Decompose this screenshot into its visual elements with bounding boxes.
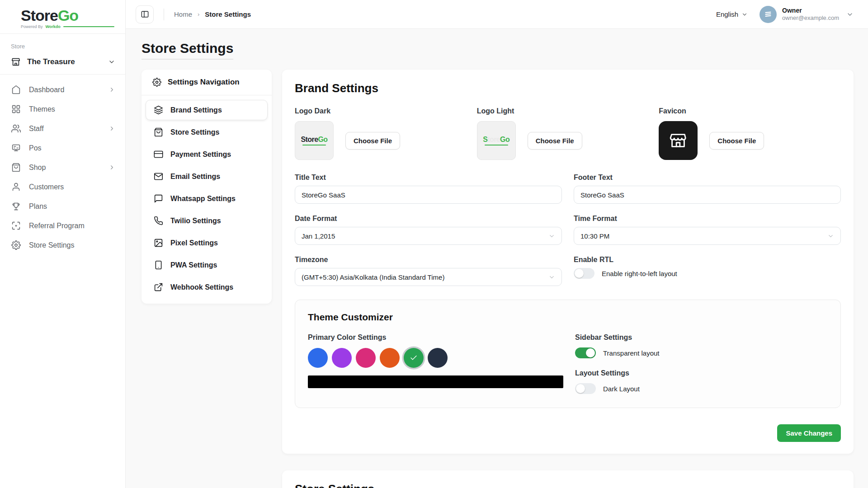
sidebar-item-label: Referral Program: [29, 222, 85, 230]
store-settings-title: Store Settings: [295, 482, 841, 488]
sidebar-item-label: Staff: [29, 125, 44, 133]
title-text-input[interactable]: [295, 186, 562, 204]
save-changes-button[interactable]: Save Changes: [777, 424, 841, 442]
transparent-layout-toggle[interactable]: [575, 347, 596, 358]
logo-dark-label: Logo Dark: [295, 107, 477, 115]
logo-dark-group: Logo Dark StoreGo Choose File: [295, 107, 477, 160]
sidebar-item-dashboard[interactable]: Dashboard: [0, 80, 125, 99]
check-icon: [404, 348, 424, 368]
sidebar-item-referral-program[interactable]: Referral Program: [0, 216, 125, 235]
settings-nav-item-payment[interactable]: Payment Settings: [146, 144, 268, 164]
theme-customizer-card: Theme Customizer Primary Color Settings: [295, 300, 841, 408]
favicon-choose-file-button[interactable]: Choose File: [709, 132, 764, 150]
sidebar-item-pos[interactable]: Pos: [0, 138, 125, 158]
dark-layout-label: Dark Layout: [603, 385, 640, 393]
page-title: Store Settings: [142, 41, 233, 60]
user-menu[interactable]: Owner owner@example.com: [760, 6, 854, 23]
settings-nav-item-brand[interactable]: Brand Settings: [146, 100, 268, 120]
enable-rtl-toggle[interactable]: [574, 268, 594, 279]
user-name: Owner: [782, 7, 839, 15]
powered-by-brand: Workdo: [46, 24, 61, 29]
settings-nav-item-email[interactable]: Email Settings: [146, 166, 268, 187]
primary-color-group: Primary Color Settings: [308, 333, 563, 394]
brand-settings-title: Brand Settings: [295, 81, 841, 95]
settings-navigation-header: Settings Navigation: [142, 70, 272, 95]
settings-nav-item-whatsapp[interactable]: Whatsapp Settings: [146, 188, 268, 209]
settings-navigation-card: Settings Navigation Brand Settings Store…: [142, 70, 272, 304]
settings-nav-item-pixel[interactable]: Pixel Settings: [146, 233, 268, 253]
footer-text-input[interactable]: [574, 186, 841, 204]
toggle-knob: [586, 348, 595, 357]
sidebar-item-label: Plans: [29, 202, 47, 211]
chevron-down-icon: [827, 233, 834, 239]
logo-light-image: StoreGo: [483, 136, 509, 143]
store-name: The Treasure: [27, 57, 75, 66]
chevron-right-icon: [108, 125, 115, 132]
sidebar-toggle-button[interactable]: [136, 5, 154, 23]
logo-light-group: Logo Light StoreGo Choose File: [477, 107, 659, 160]
settings-nav-item-webhook[interactable]: Webhook Settings: [146, 277, 268, 297]
enable-rtl-group: Enable RTL Enable right-to-left layout: [574, 256, 841, 286]
theme-toggles-group: Sidebar Settings Transparent layout Layo…: [575, 333, 828, 394]
settings-nav-item-store[interactable]: Store Settings: [146, 122, 268, 142]
breadcrumb-home-link[interactable]: Home: [174, 10, 192, 18]
time-format-select[interactable]: 10:30 PM: [574, 227, 841, 245]
logo-store-text: Store: [21, 7, 58, 24]
enable-rtl-label: Enable RTL: [574, 256, 841, 264]
settings-nav-label: Brand Settings: [170, 106, 222, 114]
main-content: Store Settings Settings Navigation Brand…: [126, 29, 868, 488]
store-settings-card: Store Settings Store Logo Invoice Logo: [282, 470, 854, 488]
chat-bubble-icon: [154, 194, 163, 203]
logo-light-choose-file-button[interactable]: Choose File: [528, 132, 582, 150]
logo-dark-choose-file-button[interactable]: Choose File: [345, 132, 400, 150]
color-swatch-pink[interactable]: [356, 348, 376, 368]
sidebar-item-customers[interactable]: Customers: [0, 177, 125, 197]
sidebar-item-store-settings[interactable]: Store Settings: [0, 235, 125, 255]
language-selector[interactable]: English: [716, 10, 748, 18]
sidebar-item-plans[interactable]: Plans: [0, 197, 125, 216]
pos-terminal-icon: [11, 143, 21, 153]
color-swatches: [308, 348, 563, 368]
color-preview-bar[interactable]: [308, 375, 563, 388]
logo-dark-preview: StoreGo: [295, 121, 334, 160]
color-swatch-purple[interactable]: [332, 348, 352, 368]
settings-nav-label: Payment Settings: [170, 150, 231, 159]
avatar: [760, 6, 777, 23]
settings-nav-item-twilio[interactable]: Twilio Settings: [146, 211, 268, 231]
top-bar: Home › Store Settings English Owner owne…: [126, 0, 868, 29]
header-actions: English Owner owner@example.com: [716, 6, 854, 23]
image-icon: [154, 238, 163, 248]
sidebar-item-shop[interactable]: Shop: [0, 158, 125, 177]
powered-by-underline: [63, 26, 114, 27]
chevron-down-icon: [548, 274, 555, 281]
breadcrumb-current: Store Settings: [205, 10, 251, 18]
external-link-icon: [154, 282, 163, 292]
user-icon: [11, 182, 21, 192]
settings-nav-label: Twilio Settings: [170, 217, 221, 225]
logo-light-preview: StoreGo: [477, 121, 516, 160]
date-format-value: Jan 1,2015: [302, 232, 335, 240]
logo-go-text: Go: [58, 7, 78, 24]
logo-underline: [302, 145, 326, 145]
sidebar-item-themes[interactable]: Themes: [0, 99, 125, 119]
color-swatch-orange[interactable]: [380, 348, 400, 368]
logos-row: Logo Dark StoreGo Choose File Logo Light: [295, 107, 841, 160]
shopping-bag-icon: [11, 163, 21, 172]
sidebar-item-staff[interactable]: Staff: [0, 119, 125, 138]
theme-customizer-title: Theme Customizer: [308, 312, 828, 323]
gear-icon: [11, 240, 21, 250]
logo-text: Go: [500, 136, 509, 143]
color-swatch-dark-navy[interactable]: [428, 348, 448, 368]
phone-icon: [154, 216, 163, 225]
sidebar-nav: Dashboard Themes Staff Pos Shop Customer…: [0, 75, 125, 260]
timezone-group: Timezone (GMT+5:30) Asia/Kolkata (India …: [295, 256, 562, 286]
dark-layout-toggle[interactable]: [575, 383, 596, 394]
settings-nav-item-pwa[interactable]: PWA Settings: [146, 255, 268, 275]
credit-card-icon: [154, 150, 163, 159]
date-format-select[interactable]: Jan 1,2015: [295, 227, 562, 245]
timezone-select[interactable]: (GMT+5:30) Asia/Kolkata (India Standard …: [295, 268, 562, 286]
settings-nav-label: Whatsapp Settings: [170, 195, 236, 203]
store-switcher[interactable]: The Treasure: [0, 52, 125, 74]
color-swatch-blue[interactable]: [308, 348, 328, 368]
color-swatch-green-selected[interactable]: [404, 348, 424, 368]
